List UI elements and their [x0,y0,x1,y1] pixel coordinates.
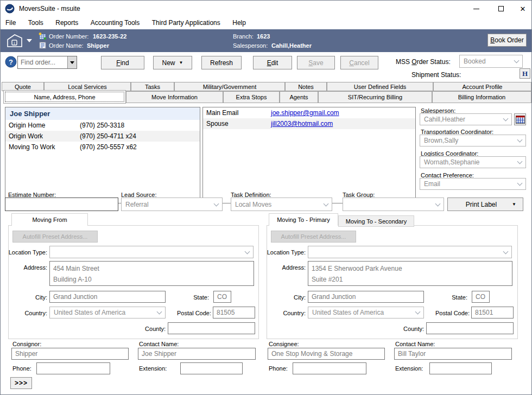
tab-extra-stops[interactable]: Extra Stops [223,91,280,103]
tab-user-defined-fields[interactable]: User Defined Fields [327,82,433,91]
phone-row[interactable]: Origin Work (970) 250-4711 x24 [5,131,200,142]
contact-name: Joe Shipper [10,110,50,118]
toolbar: ? Find order... Find New ▼ Refresh Edit … [1,52,531,82]
consignor-extension-label: Extension: [139,365,167,372]
find-order-combobox[interactable]: Find order... [17,56,77,69]
order-name-value: Shipper [87,42,109,49]
moving-from-country-select[interactable]: United States of America [49,307,166,318]
menu-accounting-tools[interactable]: Accounting Tools [86,17,145,28]
tab-tasks[interactable]: Tasks [131,82,174,91]
moving-from-location-type-label: Location Type: [5,249,47,256]
moving-from-county-input[interactable] [168,322,255,334]
tab-account-profile[interactable]: Account Profile [433,82,531,91]
moving-to-city-input[interactable]: Grand Junction [308,291,424,303]
consignor-label: Consignor: [12,341,41,347]
consignee-input[interactable]: One Stop Moving & Storage [268,348,385,360]
chevron-down-icon [517,137,523,143]
consignee-phone-label: Phone: [269,365,288,372]
email-link[interactable]: joe.shipper@gmail.com [271,109,339,117]
consignor-contact-name-label: Contact Name: [139,341,179,347]
svg-text:i: i [14,41,15,46]
refresh-button[interactable]: Refresh [201,56,242,69]
menu-reports[interactable]: Reports [50,17,83,28]
moving-to-address-input[interactable]: 1354 E Sherwood Park Avenue Suite #201 [308,261,512,286]
help-icon[interactable]: ? [5,56,17,70]
find-button[interactable]: Find [101,56,144,69]
consignee-contact-name-input[interactable]: Bill Taylor [394,348,512,360]
moving-to-location-type-select[interactable] [308,246,512,258]
moving-to-state-label: State: [444,294,467,301]
moving-from-city-input[interactable]: Grand Junction [49,291,166,303]
task-definition-select[interactable]: Local Moves [231,197,332,211]
consignor-contact-name-input[interactable]: Joe Shipper [138,348,256,360]
expand-more-button[interactable]: >>> [10,377,32,389]
moving-from-country-label: Country: [5,310,47,316]
order-number-value: 1623-235-22 [93,33,126,40]
home-info-icon: i [6,33,23,48]
menu-third-party-applications[interactable]: Third Party Applications [147,17,225,28]
transportation-coordinator-select[interactable]: Brown,Sally [420,135,526,146]
moving-to-postal-code-input[interactable]: 81501 [471,307,514,318]
maximize-button[interactable] [489,1,514,17]
consignee-phone-input[interactable] [293,362,366,374]
mss-order-status-select[interactable]: Booked [459,55,523,68]
estimate-number-input[interactable] [5,197,118,211]
tab-agents[interactable]: Agents [280,91,318,103]
print-label-button[interactable]: Print Label ▼ [447,197,523,211]
moving-from-postal-code-input[interactable]: 81505 [213,307,255,318]
consignor-phone-label: Phone: [12,365,31,372]
salesperson-label: Salesperson: [233,42,268,49]
chevron-down-icon [157,309,162,315]
menu-file[interactable]: File [1,17,21,28]
tab-name-address-phone[interactable]: Name, Address, Phone [3,90,126,104]
tab-move-information[interactable]: Move Information [126,91,223,103]
moving-from-address-input[interactable]: 454 Main Street Building A-10 [49,261,254,286]
consignee-contact-name-label: Contact Name: [395,341,435,347]
moving-to-county-input[interactable] [426,322,514,334]
contact-preference-select[interactable]: Email [420,178,526,190]
menu-help[interactable]: Help [227,17,251,28]
phone-row[interactable]: Origin Home (970) 250-3318 [5,120,200,131]
maximize-icon [498,6,504,11]
order-header-bar: i Order Number: 1623-235-22 Order Name: … [1,29,531,52]
order-menu-button[interactable]: i [6,32,34,49]
moving-from-state-input[interactable]: CO [213,291,231,303]
find-order-dropdown-button[interactable] [67,56,77,68]
new-button[interactable]: New ▼ [153,56,192,69]
phone-type: Moving To Work [5,143,80,151]
consignor-extension-input[interactable] [180,362,243,374]
lead-source-select[interactable]: Referral [121,197,223,211]
tab-moving-to-primary[interactable]: Moving To - Primary [269,213,338,226]
book-order-button[interactable]: Book Order [487,34,527,47]
close-button[interactable]: ✕ [514,1,532,17]
shipment-history-button[interactable]: H [520,68,530,79]
email-link[interactable]: jill2003@hotmail.com [271,120,333,128]
phone-type: Origin Work [5,132,80,140]
cancel-button: Cancel [340,56,378,69]
coordinator-salesperson-select[interactable]: Cahill,Heather [420,113,512,125]
minimize-button[interactable] [464,1,489,17]
logistics-coordinator-select[interactable]: Wornath,Stephanie [420,156,526,168]
tab-military-government[interactable]: Military/Government [174,82,285,91]
app-window: MoversSuite - msuite ✕ File Tools Report… [0,0,532,395]
tab-moving-to-secondary[interactable]: Moving To - Secondary [338,215,414,227]
shipment-status-label: Shipment Status: [411,71,461,79]
moving-to-country-select[interactable]: United States of America [308,307,424,318]
tab-billing-information[interactable]: Billing Information [432,91,531,103]
consignor-phone-input[interactable] [36,362,110,374]
consignee-extension-input[interactable] [429,362,492,374]
phone-row[interactable]: Moving To Work (970) 250-5557 x62 [5,142,200,152]
menu-tools[interactable]: Tools [23,17,48,28]
edit-button[interactable]: Edit [253,56,292,69]
moving-from-county-label: County: [125,326,166,332]
phone-number: (970) 250-5557 x62 [80,143,137,151]
moving-to-state-input[interactable]: CO [472,291,490,303]
tab-notes[interactable]: Notes [285,82,327,91]
consignor-input[interactable]: Shipper [11,348,129,360]
task-group-select[interactable] [343,197,444,211]
moving-from-location-type-select[interactable] [49,246,254,258]
tab-moving-from[interactable]: Moving From [11,213,88,226]
salesperson-calendar-button[interactable] [514,113,526,125]
tab-sit-recurring-billing[interactable]: SIT/Recurring Billing [318,91,432,103]
moving-from-autofill-button: Autofill Preset Address... [12,231,98,243]
